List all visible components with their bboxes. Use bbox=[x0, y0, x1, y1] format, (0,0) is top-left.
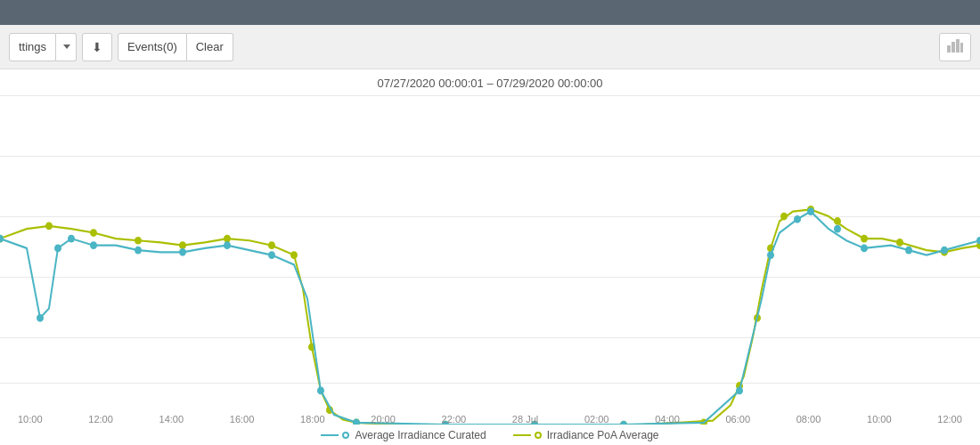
x-axis-labels: 10:00 12:00 14:00 16:00 18:00 20:00 22:0… bbox=[0, 414, 980, 425]
poa-line-legend bbox=[513, 434, 531, 436]
curated-line-legend bbox=[321, 434, 339, 436]
x-label-9: 04:00 bbox=[655, 414, 680, 425]
svg-point-8 bbox=[179, 241, 186, 249]
x-label-5: 20:00 bbox=[371, 414, 396, 425]
x-label-1: 12:00 bbox=[88, 414, 113, 425]
x-label-8: 02:00 bbox=[584, 414, 609, 425]
svg-rect-1 bbox=[951, 42, 955, 53]
legend-item-curated: Average Irradiance Curated bbox=[321, 429, 486, 441]
settings-label: ttings bbox=[19, 40, 46, 53]
svg-point-6 bbox=[90, 229, 97, 237]
x-label-0: 10:00 bbox=[18, 414, 43, 425]
settings-group: ttings bbox=[9, 33, 77, 61]
svg-point-26 bbox=[896, 239, 903, 247]
svg-point-37 bbox=[268, 251, 275, 259]
chevron-down-icon bbox=[63, 44, 70, 49]
svg-point-38 bbox=[317, 387, 324, 395]
svg-point-48 bbox=[861, 245, 868, 253]
svg-point-36 bbox=[224, 241, 231, 249]
top-bar bbox=[0, 0, 980, 25]
x-label-13: 12:00 bbox=[937, 414, 962, 425]
poa-label: Irradiance PoA Average bbox=[547, 429, 659, 441]
poa-dot-legend bbox=[535, 432, 542, 439]
curated-line bbox=[0, 212, 980, 425]
curated-dot-legend bbox=[342, 432, 349, 439]
x-label-2: 14:00 bbox=[159, 414, 184, 425]
chart-title: 07/27/2020 00:00:01 – 07/29/2020 00:00:0… bbox=[0, 69, 980, 92]
svg-point-45 bbox=[794, 215, 801, 223]
svg-rect-3 bbox=[960, 43, 963, 53]
svg-point-47 bbox=[834, 225, 841, 233]
svg-point-29 bbox=[0, 235, 4, 243]
bar-chart-icon bbox=[947, 38, 963, 55]
svg-point-49 bbox=[905, 247, 912, 255]
svg-point-9 bbox=[224, 235, 231, 243]
svg-point-30 bbox=[37, 314, 44, 322]
svg-point-51 bbox=[976, 237, 980, 245]
chart-container: 10:00 12:00 14:00 16:00 18:00 20:00 22:0… bbox=[0, 95, 980, 425]
download-button[interactable]: ⬇ bbox=[82, 33, 112, 61]
svg-point-44 bbox=[767, 251, 774, 259]
events-label: Events(0) bbox=[127, 40, 177, 53]
clear-label: Clear bbox=[196, 40, 224, 53]
events-group: Events(0) Clear bbox=[118, 33, 233, 61]
events-button[interactable]: Events(0) bbox=[118, 33, 187, 61]
svg-point-25 bbox=[861, 235, 868, 243]
svg-point-50 bbox=[941, 247, 948, 255]
svg-point-10 bbox=[268, 241, 275, 249]
x-label-7: 28 Jul bbox=[512, 414, 538, 425]
svg-point-11 bbox=[290, 251, 298, 259]
x-label-11: 08:00 bbox=[796, 414, 821, 425]
x-label-3: 16:00 bbox=[230, 414, 255, 425]
legend-item-poa: Irradiance PoA Average bbox=[513, 429, 659, 441]
svg-point-46 bbox=[807, 207, 814, 215]
svg-point-33 bbox=[90, 241, 97, 249]
svg-point-7 bbox=[135, 237, 142, 245]
x-label-4: 18:00 bbox=[300, 414, 325, 425]
svg-point-43 bbox=[736, 387, 743, 395]
x-label-6: 22:00 bbox=[442, 414, 467, 425]
download-icon: ⬇ bbox=[92, 40, 102, 54]
x-label-10: 06:00 bbox=[725, 414, 750, 425]
svg-point-34 bbox=[135, 247, 142, 255]
chart-type-button[interactable] bbox=[939, 33, 971, 61]
svg-rect-2 bbox=[956, 39, 960, 53]
settings-dropdown-button[interactable] bbox=[56, 33, 77, 61]
svg-point-35 bbox=[179, 248, 186, 256]
chart-area: 07/27/2020 00:00:01 – 07/29/2020 00:00:0… bbox=[0, 69, 980, 445]
svg-point-5 bbox=[45, 222, 53, 231]
poa-dots bbox=[0, 206, 980, 425]
clear-button[interactable]: Clear bbox=[187, 33, 233, 61]
svg-point-24 bbox=[834, 217, 841, 225]
settings-button[interactable]: ttings bbox=[9, 33, 56, 61]
toolbar: ttings ⬇ Events(0) Clear bbox=[0, 25, 980, 69]
svg-point-32 bbox=[68, 235, 75, 243]
curated-label: Average Irradiance Curated bbox=[355, 429, 486, 441]
svg-rect-0 bbox=[947, 45, 951, 53]
chart-legend: Average Irradiance Curated Irradiance Po… bbox=[0, 425, 980, 445]
poa-average-line bbox=[0, 209, 980, 425]
svg-point-31 bbox=[54, 245, 61, 253]
svg-point-22 bbox=[780, 213, 788, 221]
curated-dots bbox=[0, 207, 980, 425]
chart-svg bbox=[0, 95, 980, 425]
x-label-12: 10:00 bbox=[867, 414, 892, 425]
